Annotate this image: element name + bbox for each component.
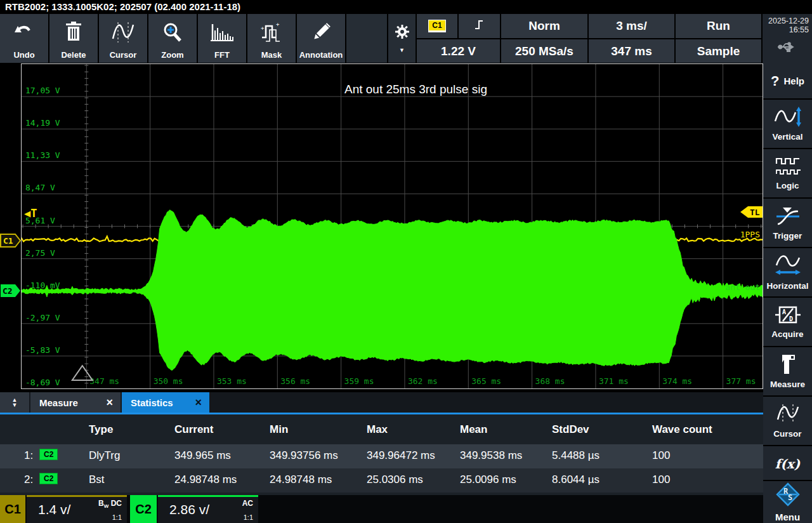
gear-caret-icon: ▼ bbox=[399, 47, 405, 53]
sidebar-item-vertical[interactable]: Vertical bbox=[763, 100, 812, 149]
svg-text:1PPS: 1PPS bbox=[740, 230, 760, 239]
status-run-state[interactable]: Run bbox=[676, 14, 761, 38]
annotation-text[interactable]: Ant out 25ms 3rd pulse sig bbox=[344, 83, 487, 96]
sidebar-item-logic[interactable]: Logic bbox=[763, 149, 812, 199]
c2-label[interactable]: C2 bbox=[130, 495, 157, 523]
cell-max: 349.96472 ms bbox=[367, 449, 435, 462]
tab-selector-button[interactable]: ▲ ▼ bbox=[0, 392, 29, 413]
oscilloscope-screen: RTB2002; 1333.1005K02; 202507 (02.400 20… bbox=[0, 0, 812, 523]
c1-channel-marker[interactable]: C1 bbox=[0, 233, 21, 248]
sidebar-item-cursor[interactable]: Cursor bbox=[763, 397, 812, 446]
status-position[interactable]: 347 ms bbox=[589, 39, 674, 63]
time-text: 16:55 bbox=[763, 25, 809, 34]
svg-text:C2: C2 bbox=[3, 286, 13, 296]
svg-text:S: S bbox=[788, 493, 792, 502]
logic-icon bbox=[775, 156, 801, 179]
undo-icon bbox=[0, 14, 48, 50]
c1-probe: 1:1 bbox=[112, 513, 122, 521]
svg-text:347 ms: 347 ms bbox=[89, 376, 119, 386]
scope-svg[interactable]: 17,05 V14,19 V11,33 V8,47 V5,61 V2,75 V-… bbox=[22, 64, 763, 388]
svg-text:359 ms: 359 ms bbox=[344, 376, 374, 386]
cursor-label: Cursor bbox=[110, 50, 137, 63]
sidebar-item-trigger[interactable]: Trigger bbox=[763, 199, 812, 248]
svg-text:17,05 V: 17,05 V bbox=[25, 86, 60, 95]
status-sample-rate[interactable]: 250 MSa/s bbox=[501, 39, 587, 63]
status-trigger-level[interactable]: 1.22 V bbox=[417, 39, 500, 63]
svg-text:-2,97 V: -2,97 V bbox=[25, 313, 60, 322]
rising-edge-icon bbox=[474, 18, 485, 34]
delete-label: Delete bbox=[61, 50, 86, 63]
svg-text:C1: C1 bbox=[3, 236, 13, 246]
c2-settings[interactable]: 2.86 v/ AC 1:1 bbox=[158, 495, 258, 523]
delete-button[interactable]: Delete bbox=[49, 14, 98, 63]
status-timebase[interactable]: 3 ms/ bbox=[589, 14, 674, 38]
toolbar-settings-button[interactable]: ▼ bbox=[388, 14, 416, 63]
fft-icon bbox=[198, 14, 246, 50]
cell-type: DlyTrg bbox=[89, 449, 120, 462]
tab-statistics-close-icon[interactable]: × bbox=[195, 396, 202, 409]
table-row[interactable]: 1: C2 DlyTrg 349.965 ms 349.93756 ms 349… bbox=[0, 444, 763, 468]
sidebar-item-acquire[interactable]: AD Acquire bbox=[763, 298, 812, 347]
mask-label: Mask bbox=[261, 50, 282, 63]
status-trigger-mode[interactable]: Norm bbox=[501, 14, 587, 38]
c2-channel-marker[interactable]: C2 bbox=[0, 283, 21, 298]
sidebar-item-measure[interactable]: Measure bbox=[763, 347, 812, 397]
tab-statistics[interactable]: Statistics × bbox=[122, 392, 209, 413]
undo-label: Undo bbox=[13, 50, 34, 63]
sidebar-item-fx[interactable]: f(x) bbox=[763, 446, 812, 481]
cell-current: 349.965 ms bbox=[174, 449, 231, 462]
svg-text:350 ms: 350 ms bbox=[154, 376, 183, 386]
pencil-icon bbox=[297, 14, 345, 50]
mask-button[interactable]: ++ Mask bbox=[247, 14, 296, 63]
status-trigger-slope[interactable] bbox=[459, 14, 500, 38]
sidebar-item-menu[interactable]: RS Menu bbox=[763, 481, 812, 523]
cell-stddev: 8.6044 µs bbox=[552, 473, 599, 486]
datetime-cell: 2025-12-29 16:55 bbox=[763, 14, 812, 63]
vertical-scale-icon bbox=[774, 106, 802, 130]
fft-label: FFT bbox=[214, 50, 230, 63]
down-arrow-icon: ▼ bbox=[12, 402, 18, 407]
trigger-source-badge: C1 bbox=[428, 20, 445, 32]
svg-text:+: + bbox=[276, 21, 280, 27]
status-acq-mode[interactable]: Sample bbox=[676, 39, 761, 63]
cursor-button[interactable]: Cursor bbox=[99, 14, 147, 63]
question-icon: ? bbox=[771, 73, 779, 89]
status-trigger-source[interactable]: C1 bbox=[417, 14, 457, 38]
date-text: 2025-12-29 bbox=[763, 17, 809, 25]
sidebar-item-horizontal[interactable]: Horizontal bbox=[763, 248, 812, 298]
cell-min: 349.93756 ms bbox=[270, 449, 338, 462]
gear-icon bbox=[395, 24, 410, 42]
zoom-button[interactable]: Zoom bbox=[148, 14, 197, 63]
table-row[interactable]: 2: C2 Bst 24.98748 ms 24.98748 ms 25.030… bbox=[0, 468, 763, 493]
annotation-label: Annotation bbox=[299, 50, 343, 63]
svg-text:-8,69 V: -8,69 V bbox=[25, 378, 60, 387]
row-channel-badge: C2 bbox=[39, 473, 58, 484]
c1-label[interactable]: C1 bbox=[0, 495, 25, 523]
tab-measure[interactable]: Measure × bbox=[30, 392, 121, 413]
trigger-icon bbox=[774, 205, 802, 229]
cell-current: 24.98748 ms bbox=[174, 473, 237, 486]
col-wavecount: Wave count bbox=[652, 423, 712, 436]
tab-measure-label: Measure bbox=[39, 397, 78, 408]
svg-text:A: A bbox=[782, 308, 786, 315]
svg-text:◀T: ◀T bbox=[24, 207, 37, 220]
undo-button[interactable]: Undo bbox=[0, 14, 48, 63]
row-index: 2: bbox=[24, 473, 33, 486]
fft-button[interactable]: FFT bbox=[198, 14, 246, 63]
waveform-display[interactable]: 17,05 V14,19 V11,33 V8,47 V5,61 V2,75 V-… bbox=[21, 63, 763, 389]
cell-stddev: 5.4488 µs bbox=[552, 449, 599, 462]
col-type: Type bbox=[89, 423, 113, 436]
statistics-table: Type Current Min Max Mean StdDev Wave co… bbox=[0, 414, 763, 495]
svg-text:11,33 V: 11,33 V bbox=[25, 150, 60, 160]
sidebar-item-help[interactable]: ? Help bbox=[763, 63, 812, 100]
cell-mean: 349.9538 ms bbox=[460, 449, 522, 462]
tab-measure-close-icon[interactable]: × bbox=[106, 396, 113, 409]
annotation-button[interactable]: Annotation bbox=[297, 14, 345, 63]
svg-text:377 ms: 377 ms bbox=[726, 376, 756, 386]
c1-settings[interactable]: 1.4 v/ BW DC 1:1 bbox=[27, 495, 127, 523]
cell-count: 100 bbox=[652, 449, 670, 462]
vertical-label: Vertical bbox=[772, 132, 802, 142]
svg-text:362 ms: 362 ms bbox=[408, 376, 438, 386]
c2-probe: 1:1 bbox=[244, 513, 253, 521]
svg-text:ant out: ant out bbox=[725, 282, 760, 292]
